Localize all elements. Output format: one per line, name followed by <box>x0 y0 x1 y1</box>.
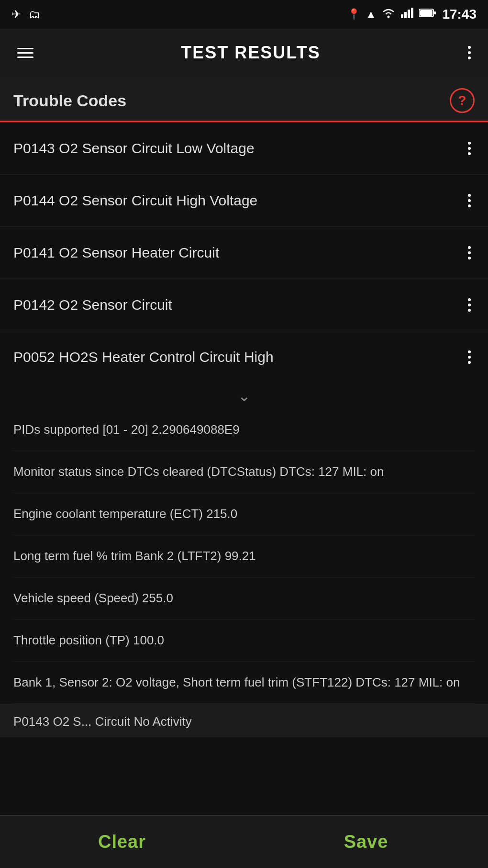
data-item-pids: PIDs supported [01 - 20] 2.290649088E9 <box>13 409 475 451</box>
location-icon: 📍 <box>347 8 360 21</box>
svg-rect-2 <box>404 12 407 18</box>
bottom-spacer <box>0 737 488 790</box>
dot-1 <box>468 46 471 49</box>
scroll-indicator: ⌄ <box>0 383 488 409</box>
data-item-tp-text: Throttle position (TP) 100.0 <box>13 633 164 647</box>
data-item-ect-text: Engine coolant temperature (ECT) 215.0 <box>13 507 237 521</box>
dtc-text-p0052: P0052 HO2S Heater Control Circuit High <box>13 347 464 367</box>
network-icon <box>401 8 413 21</box>
hamburger-line-1 <box>17 48 33 49</box>
save-button[interactable]: Save <box>244 822 488 862</box>
clear-button[interactable]: Clear <box>0 822 244 862</box>
partial-dtc-text: P0143 O2 S... Circuit No Activity <box>13 714 192 729</box>
status-time: 17:43 <box>442 7 477 22</box>
data-item-stft122: Bank 1, Sensor 2: O2 voltage, Short term… <box>13 662 475 704</box>
data-item-ltft2: Long term fuel % trim Bank 2 (LTFT2) 99.… <box>13 535 475 577</box>
hamburger-line-3 <box>17 56 33 58</box>
trouble-codes-card: Trouble Codes ? <box>0 77 488 123</box>
dtc-more-p0144[interactable] <box>464 190 475 211</box>
data-item-ltft2-text: Long term fuel % trim Bank 2 (LTFT2) 99.… <box>13 549 256 563</box>
wifi-icon <box>382 8 395 21</box>
data-item-monitor-status-text: Monitor status since DTCs cleared (DTCSt… <box>13 464 384 479</box>
data-list: PIDs supported [01 - 20] 2.290649088E9 M… <box>0 409 488 704</box>
svg-rect-4 <box>411 8 413 18</box>
trouble-codes-header: Trouble Codes ? <box>0 77 488 121</box>
chevron-down-icon: ⌄ <box>238 387 251 405</box>
battery-icon <box>419 8 436 21</box>
partial-dtc-item: P0143 O2 S... Circuit No Activity <box>0 704 488 737</box>
app-bar-title: TEST RESULTS <box>181 43 320 63</box>
status-bar-left-icons: ✈ 🗂 <box>11 8 40 21</box>
data-item-speed: Vehicle speed (Speed) 255.0 <box>13 577 475 620</box>
help-icon-button[interactable]: ? <box>450 88 475 113</box>
dtc-item-p0141[interactable]: P0141 O2 Sensor Heater Circuit <box>0 227 488 279</box>
dtc-more-p0142[interactable] <box>464 294 475 316</box>
bottom-action-bar: Clear Save <box>0 815 488 868</box>
data-item-stft122-text: Bank 1, Sensor 2: O2 voltage, Short term… <box>13 675 460 689</box>
dtc-text-p0144: P0144 O2 Sensor Circuit High Voltage <box>13 191 464 211</box>
dtc-text-p0141: P0141 O2 Sensor Heater Circuit <box>13 243 464 263</box>
telegram-icon: ✈ <box>11 8 21 21</box>
data-item-pids-text: PIDs supported [01 - 20] 2.290649088E9 <box>13 422 240 437</box>
dtc-list: P0143 O2 Sensor Circuit Low Voltage P014… <box>0 123 488 383</box>
status-bar: ✈ 🗂 📍 ▲ <box>0 0 488 29</box>
data-item-tp: Throttle position (TP) 100.0 <box>13 620 475 662</box>
dot-3 <box>468 56 471 59</box>
data-item-ect: Engine coolant temperature (ECT) 215.0 <box>13 493 475 535</box>
hamburger-menu-button[interactable] <box>13 44 37 62</box>
trouble-codes-title: Trouble Codes <box>13 91 126 110</box>
svg-rect-1 <box>401 14 403 18</box>
hamburger-line-2 <box>17 52 33 54</box>
data-item-monitor-status: Monitor status since DTCs cleared (DTCSt… <box>13 451 475 493</box>
more-options-button[interactable] <box>464 42 475 63</box>
svg-rect-6 <box>420 10 433 16</box>
app-bar: TEST RESULTS <box>0 29 488 77</box>
signal-icon: ▲ <box>366 8 377 21</box>
dtc-more-p0052[interactable] <box>464 347 475 368</box>
dtc-item-p0052[interactable]: P0052 HO2S Heater Control Circuit High <box>0 331 488 383</box>
dot-2 <box>468 51 471 54</box>
dtc-text-p0142: P0142 O2 Sensor Circuit <box>13 295 464 315</box>
svg-rect-3 <box>408 10 410 18</box>
files-icon: 🗂 <box>29 8 40 21</box>
svg-point-0 <box>388 16 390 18</box>
dtc-more-p0141[interactable] <box>464 242 475 263</box>
data-item-speed-text: Vehicle speed (Speed) 255.0 <box>13 591 173 605</box>
status-bar-right-icons: 📍 ▲ <box>347 7 477 22</box>
dtc-more-p0143[interactable] <box>464 138 475 159</box>
dtc-item-p0142[interactable]: P0142 O2 Sensor Circuit <box>0 279 488 331</box>
dtc-item-p0144[interactable]: P0144 O2 Sensor Circuit High Voltage <box>0 175 488 227</box>
dtc-item-p0143[interactable]: P0143 O2 Sensor Circuit Low Voltage <box>0 123 488 175</box>
trouble-codes-divider <box>0 121 488 122</box>
svg-rect-7 <box>433 11 436 14</box>
dtc-text-p0143: P0143 O2 Sensor Circuit Low Voltage <box>13 138 464 158</box>
